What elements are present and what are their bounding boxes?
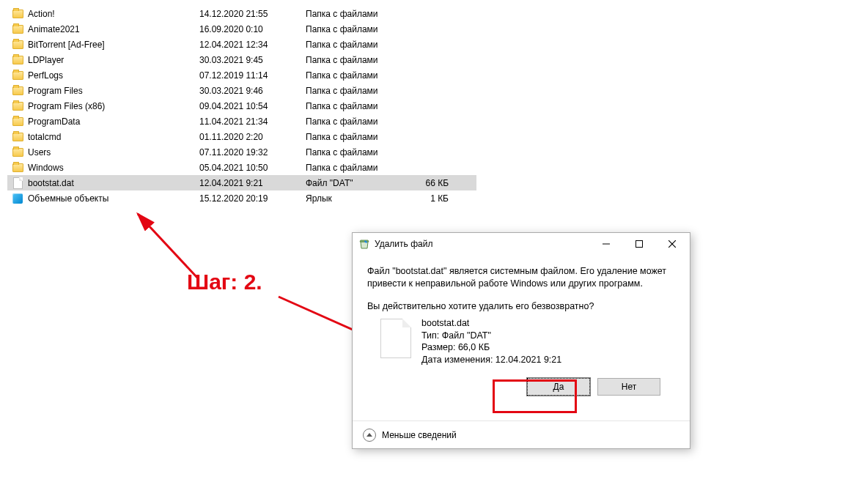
file-row[interactable]: BitTorrent [Ad-Free]12.04.2021 12:34Папк… <box>7 37 476 52</box>
yes-button[interactable]: Да <box>527 378 590 396</box>
file-row[interactable]: Объемные объекты15.12.2020 20:19Ярлык1 К… <box>7 190 476 206</box>
file-date-cell: 07.11.2020 19:32 <box>199 147 306 158</box>
file-name-cell: LDPlayer <box>25 55 199 65</box>
file-type-cell: Папка с файлами <box>306 132 405 142</box>
file-row[interactable]: Windows05.04.2021 10:50Папка с файлами <box>7 160 476 175</box>
file-row[interactable]: LDPlayer30.03.2021 9:45Папка с файлами <box>7 52 476 67</box>
file-icon <box>380 319 411 358</box>
file-date-cell: 09.04.2021 10:54 <box>199 101 306 111</box>
file-type-cell: Папка с файлами <box>306 40 405 50</box>
folder-icon <box>10 102 25 111</box>
folder-icon <box>10 133 25 141</box>
file-name-cell: Action! <box>25 9 199 19</box>
file-date-cell: 11.04.2021 21:34 <box>199 116 306 127</box>
minimize-button[interactable] <box>589 234 622 254</box>
file-type-cell: Папка с файлами <box>306 24 405 34</box>
dialog-footer[interactable]: Меньше сведений <box>353 420 690 448</box>
file-icon <box>10 177 25 189</box>
chevron-up-icon <box>363 429 376 442</box>
folder-icon <box>10 71 25 80</box>
folder-icon <box>10 25 25 34</box>
dialog-body: Файл "bootstat.dat" является системным ф… <box>353 255 690 396</box>
file-date-cell: 15.12.2020 20:19 <box>199 193 306 204</box>
file-type-cell: Ярлык <box>306 193 405 204</box>
file-type-cell: Папка с файлами <box>306 55 405 65</box>
folder-icon <box>10 10 25 18</box>
file-date-cell: 14.12.2020 21:55 <box>199 9 306 19</box>
delete-file-dialog: Удалить файл Файл "bootstat.dat" являетс… <box>352 232 690 449</box>
file-type-cell: Папка с файлами <box>306 86 405 96</box>
file-date-cell: 16.09.2020 0:10 <box>199 24 306 34</box>
svg-rect-3 <box>636 241 642 248</box>
file-name-cell: Program Files <box>25 86 199 96</box>
file-type-cell: Папка с файлами <box>306 70 405 81</box>
file-details: bootstat.dat Тип: Файл "DAT" Размер: 66,… <box>421 317 561 367</box>
file-date-cell: 30.03.2021 9:45 <box>199 55 306 65</box>
file-date-cell: 07.12.2019 11:14 <box>199 70 306 81</box>
file-row[interactable]: Program Files (x86)09.04.2021 10:54Папка… <box>7 98 476 114</box>
file-date-cell: 01.11.2020 2:20 <box>199 132 306 142</box>
file-row[interactable]: Animate202116.09.2020 0:10Папка с файлам… <box>7 21 476 37</box>
folder-icon <box>10 86 25 95</box>
file-row[interactable]: bootstat.dat12.04.2021 9:21Файл "DAT"66 … <box>7 175 476 190</box>
less-details-label: Меньше сведений <box>382 430 457 440</box>
file-row[interactable]: PerfLogs07.12.2019 11:14Папка с файлами <box>7 67 476 83</box>
file-date-cell: 05.04.2021 10:50 <box>199 163 306 173</box>
folder-icon <box>10 56 25 64</box>
file-name-cell: bootstat.dat <box>25 178 199 188</box>
folder-icon <box>10 163 25 172</box>
file-row[interactable]: Users07.11.2020 19:32Папка с файлами <box>7 144 476 160</box>
file-type-cell: Папка с файлами <box>306 116 405 127</box>
file-type-cell: Файл "DAT" <box>306 178 405 188</box>
file-date-cell: 12.04.2021 9:21 <box>199 178 306 188</box>
file-name-cell: Program Files (x86) <box>25 101 199 111</box>
file-row[interactable]: ProgramData11.04.2021 21:34Папка с файла… <box>7 114 476 129</box>
file-size: Размер: 66,0 КБ <box>421 341 561 354</box>
file-name-cell: Animate2021 <box>25 24 199 34</box>
file-name-cell: Объемные объекты <box>25 193 199 204</box>
file-type: Тип: Файл "DAT" <box>421 330 561 342</box>
recycle-bin-icon <box>358 238 370 250</box>
cube-icon <box>10 193 25 204</box>
file-modified: Дата изменения: 12.04.2021 9:21 <box>421 354 561 366</box>
file-type-cell: Папка с файлами <box>306 9 405 19</box>
file-type-cell: Папка с файлами <box>306 147 405 158</box>
file-date-cell: 12.04.2021 12:34 <box>199 40 306 50</box>
file-name-cell: BitTorrent [Ad-Free] <box>25 40 199 50</box>
file-type-cell: Папка с файлами <box>306 163 405 173</box>
file-size-cell: 1 КБ <box>405 193 456 204</box>
file-row[interactable]: Action!14.12.2020 21:55Папка с файлами <box>7 6 476 21</box>
file-size-cell: 66 КБ <box>405 178 456 188</box>
file-name-cell: Windows <box>25 163 199 173</box>
file-date-cell: 30.03.2021 9:46 <box>199 86 306 96</box>
file-name: bootstat.dat <box>421 317 561 330</box>
dialog-confirm-text: Вы действительно хотите удалить его безв… <box>367 300 675 313</box>
step-annotation: Шаг: 2. <box>187 270 262 294</box>
file-type-cell: Папка с файлами <box>306 101 405 111</box>
dialog-titlebar: Удалить файл <box>353 233 690 255</box>
file-name-cell: ProgramData <box>25 116 199 127</box>
folder-icon <box>10 40 25 49</box>
file-name-cell: Users <box>25 147 199 158</box>
file-row[interactable]: totalcmd01.11.2020 2:20Папка с файлами <box>7 129 476 144</box>
file-row[interactable]: Program Files30.03.2021 9:46Папка с файл… <box>7 83 476 98</box>
folder-icon <box>10 117 25 126</box>
dialog-warning-text: Файл "bootstat.dat" является системным ф… <box>367 265 675 290</box>
svg-line-0 <box>138 214 198 278</box>
file-list: Action!14.12.2020 21:55Папка с файламиAn… <box>7 6 476 206</box>
folder-icon <box>10 148 25 157</box>
close-button[interactable] <box>655 234 688 254</box>
file-name-cell: totalcmd <box>25 132 199 142</box>
dialog-title: Удалить файл <box>375 239 432 249</box>
file-name-cell: PerfLogs <box>25 70 199 81</box>
maximize-button[interactable] <box>622 234 655 254</box>
no-button[interactable]: Нет <box>597 378 660 396</box>
